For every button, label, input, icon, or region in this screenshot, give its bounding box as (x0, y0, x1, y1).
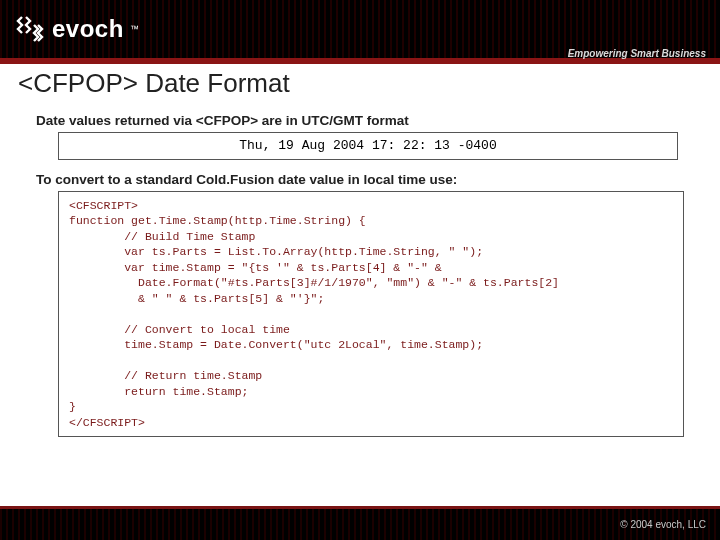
code-box: <CFSCRIPT> function get.Time.Stamp(http.… (58, 191, 684, 438)
copyright-text: © 2004 evoch, LLC (620, 519, 706, 530)
slide-header: evoch ™ Empowering Smart Business (0, 0, 720, 58)
lead-text-2: To convert to a standard Cold.Fusion dat… (36, 172, 702, 187)
logo-mark-icon (14, 13, 46, 45)
slide-footer: © 2004 evoch, LLC (0, 506, 720, 540)
lead-text-1: Date values returned via <CFPOP> are in … (36, 113, 702, 128)
trademark-icon: ™ (130, 24, 139, 34)
tagline: Empowering Smart Business (568, 48, 706, 59)
date-example-box: Thu, 19 Aug 2004 17: 22: 13 -0400 (58, 132, 678, 160)
brand-name: evoch (52, 15, 124, 43)
slide-content: <CFPOP> Date Format Date values returned… (0, 58, 720, 437)
brand-logo: evoch ™ (14, 13, 139, 45)
page-title: <CFPOP> Date Format (18, 68, 702, 99)
